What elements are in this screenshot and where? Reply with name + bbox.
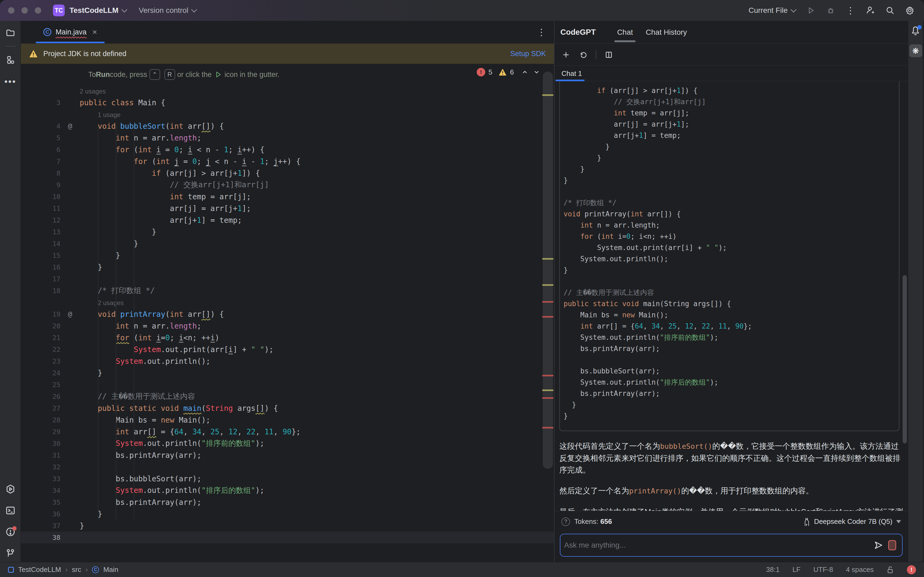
breadcrumb-project[interactable]: TestCodeLLM xyxy=(18,566,61,574)
minimize-window-icon[interactable] xyxy=(21,7,28,14)
editor-code[interactable]: 2 usages3public class Main { 1 usage4@ v… xyxy=(21,85,554,543)
code-line[interactable]: 36 } xyxy=(21,508,554,520)
code-line[interactable]: 12 arr[j+1] = temp; xyxy=(21,214,554,226)
chat-scrollbar-thumb[interactable] xyxy=(903,275,907,443)
code-line[interactable]: 9 // 交换arr[j+1]和arr[j] xyxy=(21,179,554,191)
indent-setting[interactable]: 4 spaces xyxy=(846,566,874,574)
code-line[interactable]: 1 usage xyxy=(21,108,554,120)
tab-chat-1[interactable]: Chat 1 xyxy=(554,66,589,81)
code-line[interactable]: 27 public static void main(String args[]… xyxy=(21,402,554,414)
scrollbar-thumb[interactable] xyxy=(543,72,553,469)
code-line[interactable]: 24 } xyxy=(21,367,554,379)
code-line[interactable]: 20 int n = arr.length; xyxy=(21,320,554,332)
line-ending[interactable]: LF xyxy=(792,566,800,574)
code-line[interactable]: 38 xyxy=(21,532,554,543)
code-line[interactable]: 6 for (int i = 0; i < n - 1; i++) { xyxy=(21,144,554,155)
window-controls[interactable] xyxy=(8,7,41,14)
problems-icon[interactable] xyxy=(4,526,16,538)
warning-stripe-mark[interactable] xyxy=(542,94,553,96)
chat-input[interactable] xyxy=(564,541,874,550)
settings-gear-icon[interactable] xyxy=(905,6,914,15)
unlocked-padlock-icon[interactable] xyxy=(887,566,894,574)
reload-history-icon[interactable] xyxy=(578,50,588,59)
code-line[interactable]: 23 System.out.println(); xyxy=(21,355,554,367)
breadcrumb-dir[interactable]: src xyxy=(72,566,81,574)
code-line[interactable]: 37} xyxy=(21,520,554,532)
code-line[interactable]: 10 int temp = arr[j]; xyxy=(21,191,554,203)
code-line[interactable]: 11 arr[j] = arr[j+1]; xyxy=(21,203,554,214)
file-encoding[interactable]: UTF-8 xyxy=(813,566,833,574)
code-with-me-add-user-icon[interactable] xyxy=(866,6,875,15)
run-configuration-selector[interactable]: Current File xyxy=(749,6,796,15)
send-icon[interactable] xyxy=(874,540,884,550)
editor-scrollbar[interactable] xyxy=(542,64,554,562)
error-stripe-mark[interactable] xyxy=(542,301,553,303)
split-view-icon[interactable] xyxy=(604,50,613,59)
breadcrumb-file[interactable]: Main xyxy=(103,566,118,574)
tab-main-java[interactable]: C Main.java × xyxy=(36,21,105,43)
code-line[interactable]: 30 System.out.println("排序前的数组"); xyxy=(21,438,554,449)
code-line[interactable]: 34 System.out.println("排序后的数组"); xyxy=(21,485,554,496)
more-actions-kebab-icon[interactable]: ⋮ xyxy=(846,8,855,13)
code-line[interactable]: 7 for (int j = 0; j < n - i - 1; j++) { xyxy=(21,155,554,167)
code-line[interactable]: 5 int n = arr.length; xyxy=(21,132,554,144)
code-line[interactable]: 32 xyxy=(21,461,554,473)
warning-stripe-mark[interactable] xyxy=(542,284,553,286)
structure-icon[interactable] xyxy=(4,54,16,66)
code-line[interactable]: 25 xyxy=(21,379,554,390)
services-icon[interactable] xyxy=(4,483,16,495)
project-widget[interactable]: TestCodeLLM xyxy=(69,6,118,15)
vcs-widget[interactable]: Version control xyxy=(139,6,188,15)
code-line[interactable]: 22 System.out.print(arr[i] + " "); xyxy=(21,343,554,355)
chat-messages[interactable]: if (arr[j] > arr[j+1]) { // 交换arr[j+1]和a… xyxy=(554,81,908,511)
new-chat-plus-icon[interactable] xyxy=(561,50,570,59)
run-icon[interactable] xyxy=(806,6,816,15)
codegpt-stripe-button[interactable]: ❋ xyxy=(909,44,922,57)
code-line[interactable]: 21 for (int i=0; i<n; ++i) xyxy=(21,332,554,343)
project-folder-icon[interactable] xyxy=(4,27,16,39)
zoom-window-icon[interactable] xyxy=(35,7,41,14)
search-icon[interactable] xyxy=(885,6,895,15)
tab-chat-history[interactable]: Chat History xyxy=(639,21,693,44)
error-indicator-icon[interactable]: ! xyxy=(907,565,916,574)
git-branch-icon[interactable] xyxy=(4,547,16,559)
code-line[interactable]: 13 } xyxy=(21,226,554,238)
help-icon[interactable]: ? xyxy=(561,517,570,526)
code-line[interactable]: 26 // 主��数用于测试上述内容 xyxy=(21,390,554,402)
warning-stripe-mark[interactable] xyxy=(542,258,553,259)
code-line[interactable]: 16 } xyxy=(21,261,554,273)
code-line[interactable]: 14 } xyxy=(21,238,554,250)
editor-body[interactable]: To Run code, press ⌃ R or click the icon… xyxy=(21,64,554,562)
close-window-icon[interactable] xyxy=(8,7,15,14)
tab-chat[interactable]: Chat xyxy=(611,21,639,44)
model-selector[interactable]: Deepseek Coder 7B (Q5) xyxy=(802,517,901,526)
error-stripe-mark[interactable] xyxy=(542,427,553,429)
previous-problem-chevron-icon[interactable] xyxy=(521,69,528,76)
notifications-bell-icon[interactable] xyxy=(910,26,921,37)
tab-options-kebab-icon[interactable]: ⋮ xyxy=(537,29,546,35)
terminal-icon[interactable] xyxy=(4,504,16,517)
code-line[interactable]: 18 /* 打印数组 */ xyxy=(21,285,554,297)
close-icon[interactable]: × xyxy=(92,27,97,37)
code-line[interactable]: 15 } xyxy=(21,250,554,261)
code-line[interactable]: 3public class Main { xyxy=(21,97,554,108)
debug-bug-icon[interactable] xyxy=(826,6,835,15)
code-line[interactable]: 8 if (arr[j] > arr[j+1]) { xyxy=(21,167,554,179)
error-stripe-mark[interactable] xyxy=(542,397,553,399)
code-line[interactable]: 29 int arr[] = {64, 34, 25, 12, 22, 11, … xyxy=(21,426,554,438)
code-line[interactable]: 33 bs.bubbleSort(arr); xyxy=(21,473,554,485)
code-line[interactable]: 31 bs.printArray(arr); xyxy=(21,449,554,461)
code-line[interactable]: 2 usages xyxy=(21,85,554,97)
setup-sdk-link[interactable]: Setup SDK xyxy=(510,50,546,58)
error-stripe-mark[interactable] xyxy=(542,316,553,318)
inspections-widget[interactable]: ! 5 6 xyxy=(477,68,540,76)
stop-generation-button[interactable] xyxy=(888,540,896,550)
caret-position[interactable]: 38:1 xyxy=(766,566,780,574)
more-tool-windows-icon[interactable]: ••• xyxy=(4,75,16,88)
warning-stripe-mark[interactable] xyxy=(542,390,553,391)
code-line[interactable]: 4@ void bubbleSort(int arr[]) { xyxy=(21,120,554,132)
code-line[interactable]: 35 bs.printArray(arr); xyxy=(21,496,554,508)
next-problem-chevron-icon[interactable] xyxy=(533,69,540,76)
code-line[interactable]: 17 xyxy=(21,273,554,285)
code-line[interactable]: 2 usages xyxy=(21,297,554,308)
